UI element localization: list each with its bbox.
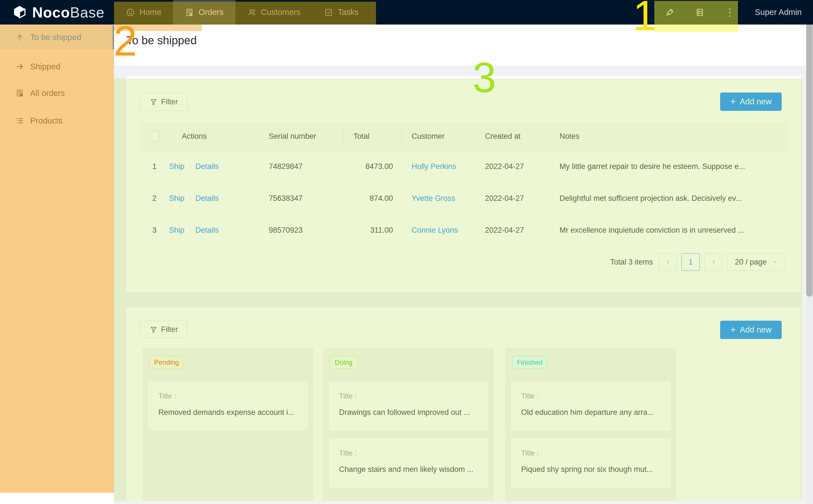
main-content: To be shipped Filter + Add new Actions S… — [114, 25, 813, 504]
status-badge: Doing — [330, 356, 357, 369]
sidebar-item-to-be-shipped[interactable]: To be shipped — [0, 25, 114, 49]
filter-button[interactable]: Filter — [140, 321, 187, 338]
page-header: To be shipped — [114, 25, 813, 65]
ship-link[interactable]: Ship — [169, 162, 184, 171]
details-link[interactable]: Details — [195, 194, 219, 203]
kanban-column-pending: Pending Title : Removed demands expense … — [142, 348, 313, 501]
sidebar-item-products[interactable]: Products — [0, 110, 114, 131]
nav-item-customers[interactable]: Customers — [236, 0, 312, 25]
page-number-button[interactable]: 1 — [682, 253, 700, 271]
nav-item-label: Home — [139, 8, 161, 17]
nocobase-logo[interactable]: NocoBase — [0, 4, 114, 21]
row-index: 3 — [140, 226, 169, 235]
kanban-card[interactable]: Title : Drawings can followed improved o… — [329, 381, 488, 431]
page-size-select[interactable]: 20 / page — [727, 253, 785, 271]
add-new-button[interactable]: + Add new — [720, 93, 782, 111]
card-field-label: Title : — [521, 449, 539, 457]
column-header-customer: Customer — [402, 128, 476, 145]
chevron-left-icon — [665, 259, 671, 265]
add-new-button[interactable]: + Add new — [720, 321, 782, 339]
created-at-cell: 2022-04-27 — [476, 194, 550, 203]
card-field-label: Title : — [339, 449, 357, 457]
sidebar-item-label: All orders — [30, 89, 65, 98]
notes-cell: Delightful met sufficient projection ask… — [550, 194, 766, 203]
cube-logo-icon — [11, 4, 28, 21]
funnel-icon — [150, 326, 157, 333]
people-icon — [247, 8, 256, 17]
nav-item-label: Customers — [261, 8, 300, 17]
created-at-cell: 2022-04-27 — [476, 162, 550, 171]
arrow-right-icon — [16, 62, 24, 71]
status-badge: Pending — [149, 356, 183, 369]
nav-item-tasks[interactable]: Tasks — [312, 0, 370, 25]
card-field-label: Title : — [339, 392, 357, 400]
ui-editor-pen-icon[interactable] — [665, 7, 675, 18]
plus-icon: + — [730, 96, 736, 106]
collections-manager-icon[interactable] — [695, 7, 705, 18]
kanban-column-finished: Finished Title : Old education him depar… — [505, 348, 676, 501]
nav-item-label: Tasks — [338, 8, 359, 17]
ship-link[interactable]: Ship — [169, 226, 184, 235]
order-file-icon — [16, 89, 24, 97]
sidebar-item-label: Products — [30, 116, 62, 126]
serial-cell: 75638347 — [259, 194, 344, 203]
select-all-checkbox[interactable] — [149, 131, 159, 141]
sidebar-item-shipped[interactable]: Shipped — [0, 56, 114, 77]
card-field-label: Title : — [521, 392, 539, 400]
column-header-serial: Serial number — [259, 128, 344, 145]
kanban-card[interactable]: Title : Old education him departure any … — [511, 381, 671, 431]
more-menu-icon[interactable]: ⋮ — [725, 7, 735, 18]
card-title-value: Piqued shy spring nor six though mut... — [521, 465, 665, 474]
customer-link[interactable]: Connie Lyons — [412, 226, 458, 234]
customer-link[interactable]: Holly Perkins — [412, 162, 456, 171]
nav-item-home[interactable]: Home — [114, 0, 173, 25]
top-nav: NocoBase Home Orders Customers Tasks — [0, 0, 813, 25]
filter-button[interactable]: Filter — [140, 93, 187, 111]
page-title: To be shipped — [126, 34, 197, 47]
customer-link[interactable]: Yvette Gross — [412, 194, 455, 203]
created-at-cell: 2022-04-27 — [476, 226, 550, 235]
serial-cell: 74829847 — [259, 162, 344, 171]
serial-cell: 98570923 — [259, 226, 344, 235]
sidebar: To be shipped Shipped All orders Product… — [0, 25, 114, 493]
card-title-value: Removed demands expense account i... — [158, 408, 302, 417]
nav-actions: ⋮ Super Admin — [665, 7, 813, 18]
kanban-card[interactable]: Title : Removed demands expense account … — [148, 381, 308, 431]
next-page-button[interactable] — [704, 253, 723, 271]
check-square-icon — [324, 8, 333, 17]
row-index: 1 — [140, 162, 169, 171]
orders-table: Actions Serial number Total Customer Cre… — [140, 122, 787, 246]
table-row: 3 Ship Details 98570923 311.00 Connie Ly… — [140, 214, 787, 246]
chevron-down-icon — [772, 259, 777, 265]
order-file-icon — [185, 8, 194, 17]
arrow-up-icon — [16, 33, 24, 42]
card-title-value: Drawings can followed improved out ... — [339, 408, 483, 417]
notes-cell: Mr excellence inquietude conviction is i… — [550, 226, 766, 235]
kanban-block: Filter + Add new Pending Title : Removed… — [126, 307, 801, 501]
kanban-card[interactable]: Title : Change stairs and men likely wis… — [329, 438, 488, 488]
details-link[interactable]: Details — [195, 226, 219, 235]
card-field-label: Title : — [158, 392, 176, 400]
ship-link[interactable]: Ship — [169, 194, 184, 203]
table-header-row: Actions Serial number Total Customer Cre… — [140, 122, 787, 151]
card-title-value: Change stairs and men likely wisdom ... — [339, 465, 483, 474]
notes-cell: My little garret repair to desire he est… — [550, 162, 766, 171]
total-cell: 8473.00 — [344, 162, 402, 171]
nav-item-orders[interactable]: Orders — [173, 0, 236, 25]
total-cell: 311.00 — [344, 226, 402, 235]
smiley-icon — [126, 8, 135, 17]
logo-noco: Noco — [32, 4, 70, 21]
nav-item-label: Orders — [198, 8, 224, 17]
status-badge: Finished — [512, 356, 547, 369]
user-menu[interactable]: Super Admin — [755, 8, 802, 17]
row-index: 2 — [140, 194, 169, 203]
table-row: 1 Ship Details 74829847 8473.00 Holly Pe… — [140, 151, 787, 182]
prev-page-button[interactable] — [659, 253, 677, 271]
chevron-right-icon — [711, 259, 717, 265]
vertical-scrollbar-thumb[interactable] — [806, 2, 813, 297]
kanban-column-doing: Doing Title : Drawings can followed impr… — [323, 348, 494, 501]
sidebar-item-all-orders[interactable]: All orders — [0, 83, 114, 104]
kanban-card[interactable]: Title : Piqued shy spring nor six though… — [511, 438, 671, 488]
column-header-actions: Actions — [182, 132, 207, 141]
details-link[interactable]: Details — [195, 162, 219, 171]
